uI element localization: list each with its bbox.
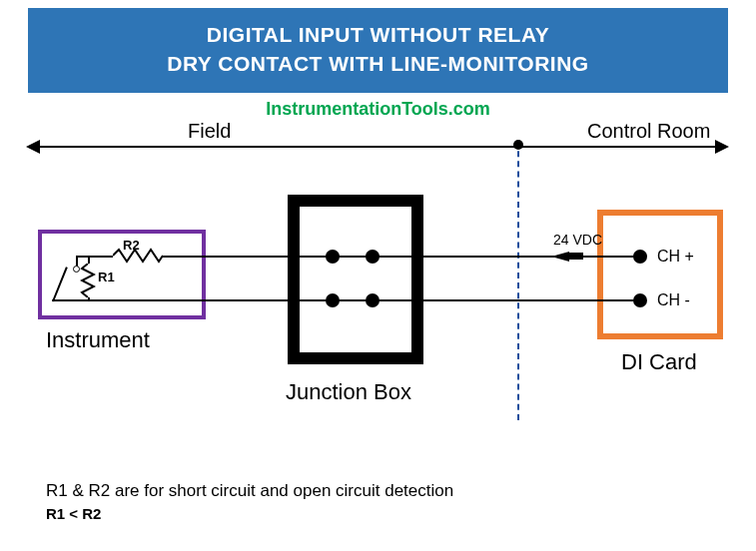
r1-label: R1 [98,270,115,284]
ch-plus-label: CH + [657,248,694,266]
ch-minus-label: CH - [657,291,690,309]
wire-r2-right [163,256,208,258]
wire-junc-bottom-bridge [338,299,368,301]
title-bar: DIGITAL INPUT WITHOUT RELAY DRY CONTACT … [28,8,728,93]
wire-r2-left [76,256,113,258]
field-control-divider [517,141,519,420]
wire-bottom-junc-di [378,299,639,301]
title-line-2: DRY CONTACT WITH LINE-MONITORING [38,49,718,78]
wire-r1-top [88,256,90,264]
footnote-relation: R1 < R2 [46,505,101,522]
junction-box-label: Junction Box [286,379,411,405]
wire-top-junc-di [378,256,639,258]
instrument-label: Instrument [46,327,150,353]
region-divider-line [28,146,727,148]
switch-terminal-icon [73,266,80,273]
voltage-label: 24 VDC [553,232,602,248]
arrow-right-icon [715,140,729,154]
arrow-left-icon [26,140,40,154]
di-card-box [597,210,723,339]
diagram-canvas: Field Control Room Instrument R2 R1 Junc… [28,130,727,529]
wire-top-inst-junc [206,256,334,258]
source-link: InstrumentationTools.com [0,99,756,120]
wire-bottom-internal [52,299,208,301]
field-label: Field [188,120,231,143]
resistor-r1 [80,264,96,297]
voltage-arrow-icon [551,252,569,262]
footnote-description: R1 & R2 are for short circuit and open c… [46,481,453,501]
title-line-1: DIGITAL INPUT WITHOUT RELAY [38,20,718,49]
junction-box [288,195,423,364]
resistor-r2 [113,248,163,264]
voltage-arrow-tail [569,253,583,260]
di-card-label: DI Card [621,349,697,375]
wire-junc-top-bridge [338,256,368,258]
control-room-label: Control Room [587,120,710,143]
wire-bottom-inst-junc [206,299,334,301]
